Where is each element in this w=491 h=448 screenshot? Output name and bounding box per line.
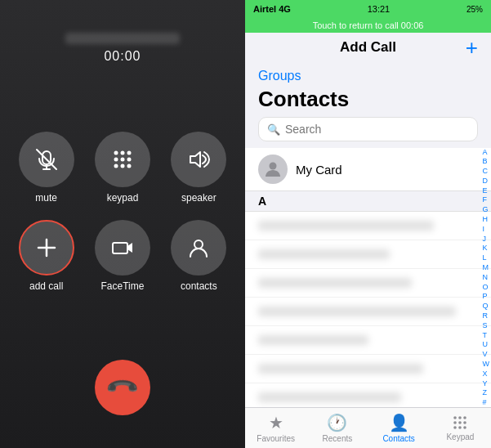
tab-contacts[interactable]: 👤 Contacts [368, 408, 430, 448]
speaker-button-circle[interactable] [171, 132, 226, 187]
tab-favourites[interactable]: ★ Favourites [245, 408, 306, 448]
end-call-button[interactable]: 📞 [95, 360, 150, 415]
alpha-u[interactable]: U [483, 341, 490, 350]
alpha-q[interactable]: Q [483, 302, 490, 311]
speaker-button[interactable]: speaker [169, 132, 229, 204]
svg-point-12 [127, 164, 131, 168]
search-bar[interactable]: 🔍 [258, 117, 478, 141]
keypad-button-circle[interactable] [95, 132, 150, 187]
svg-point-19 [270, 163, 277, 170]
facetime-button[interactable]: FaceTime [92, 220, 152, 292]
star-icon: ★ [269, 413, 283, 432]
alpha-o[interactable]: O [483, 283, 490, 292]
battery-label: 25% [466, 5, 483, 14]
svg-point-18 [194, 240, 203, 249]
alpha-y[interactable]: Y [483, 379, 490, 388]
svg-point-8 [120, 158, 124, 162]
svg-point-28 [464, 426, 467, 429]
contacts-screen: Airtel 4G 13:21 25% Touch to return to c… [245, 0, 491, 448]
facetime-button-circle[interactable] [95, 220, 150, 276]
alpha-s[interactable]: S [483, 321, 490, 330]
search-input[interactable] [285, 123, 469, 136]
touch-to-return-banner[interactable]: Touch to return to call 00:06 [245, 18, 491, 33]
alpha-t[interactable]: T [483, 331, 490, 340]
tab-contacts-label: Contacts [382, 434, 414, 443]
alpha-n[interactable]: N [483, 273, 490, 282]
tab-favourites-label: Favourites [257, 434, 295, 443]
list-item[interactable] [245, 326, 491, 355]
add-call-label: add call [29, 280, 63, 292]
list-item[interactable] [245, 298, 491, 326]
facetime-icon [111, 236, 134, 259]
time-label: 13:21 [368, 4, 391, 14]
keypad-tab-icon [452, 414, 468, 431]
alpha-f[interactable]: F [483, 196, 490, 205]
my-card-avatar [258, 155, 288, 184]
mute-button-circle[interactable] [19, 132, 74, 187]
keypad-icon [112, 149, 133, 170]
alpha-g[interactable]: G [483, 206, 490, 215]
contacts-call-button-circle[interactable] [171, 220, 226, 276]
contacts-list: My Card A A B C D E [245, 148, 491, 407]
contacts-header: Groups [245, 62, 491, 87]
list-item[interactable] [245, 269, 491, 298]
add-call-button[interactable]: add call [16, 220, 76, 292]
add-call-button-circle[interactable] [19, 220, 74, 276]
list-item[interactable] [245, 355, 491, 383]
contact-name-blur [258, 307, 456, 316]
status-icons: 25% [466, 5, 483, 14]
list-item[interactable] [245, 212, 491, 240]
call-timer: 00:00 [104, 49, 141, 64]
svg-marker-13 [190, 152, 200, 167]
end-call-icon: 📞 [105, 370, 141, 406]
alpha-c[interactable]: C [483, 167, 490, 176]
groups-button[interactable]: Groups [258, 69, 301, 83]
alpha-i[interactable]: I [483, 225, 490, 234]
alpha-w[interactable]: W [483, 360, 490, 369]
my-card-row[interactable]: My Card [245, 148, 491, 191]
contacts-call-label: contacts [181, 280, 217, 292]
contact-name-blur [258, 278, 412, 288]
nav-title: Add Call [340, 39, 396, 56]
keypad-button[interactable]: keypad [92, 132, 152, 204]
alpha-a[interactable]: A [483, 148, 490, 157]
clock-icon: 🕐 [327, 413, 347, 432]
list-item[interactable] [245, 383, 491, 407]
svg-point-6 [127, 151, 131, 155]
tab-recents[interactable]: 🕐 Recents [306, 408, 368, 448]
svg-point-10 [114, 164, 118, 168]
list-item[interactable] [245, 240, 491, 269]
alpha-v[interactable]: V [483, 350, 490, 359]
search-icon: 🔍 [267, 123, 280, 136]
alpha-h[interactable]: H [483, 215, 490, 224]
caller-name-blur [65, 33, 180, 44]
add-contact-button[interactable]: + [466, 37, 478, 58]
plus-icon [35, 236, 58, 259]
alpha-r[interactable]: R [483, 311, 490, 320]
alpha-m[interactable]: M [483, 263, 490, 272]
svg-point-21 [459, 416, 462, 419]
caller-info: 00:00 [65, 33, 180, 64]
alpha-index: A B C D E F G H I J K L M N O P Q R S T … [483, 148, 490, 407]
tab-keypad-label: Keypad [446, 432, 474, 441]
alpha-hash[interactable]: # [483, 398, 490, 407]
contacts-call-button[interactable]: contacts [169, 220, 229, 292]
facetime-label: FaceTime [101, 280, 145, 292]
svg-point-22 [464, 416, 467, 419]
alpha-p[interactable]: P [483, 293, 490, 302]
speaker-label: speaker [181, 192, 216, 204]
mute-button[interactable]: mute [16, 132, 76, 204]
alpha-j[interactable]: J [483, 235, 490, 244]
alpha-x[interactable]: X [483, 370, 490, 379]
alpha-e[interactable]: E [483, 186, 490, 195]
touch-to-return-text: Touch to return to call 00:06 [313, 20, 424, 30]
alpha-z[interactable]: Z [483, 389, 490, 398]
alpha-k[interactable]: K [483, 244, 490, 253]
alpha-d[interactable]: D [483, 177, 490, 186]
alpha-l[interactable]: L [483, 254, 490, 263]
alpha-b[interactable]: B [483, 158, 490, 167]
tab-keypad[interactable]: Keypad [430, 408, 491, 448]
person-icon [264, 160, 282, 178]
my-card-label: My Card [296, 163, 342, 177]
tab-recents-label: Recents [323, 434, 353, 443]
